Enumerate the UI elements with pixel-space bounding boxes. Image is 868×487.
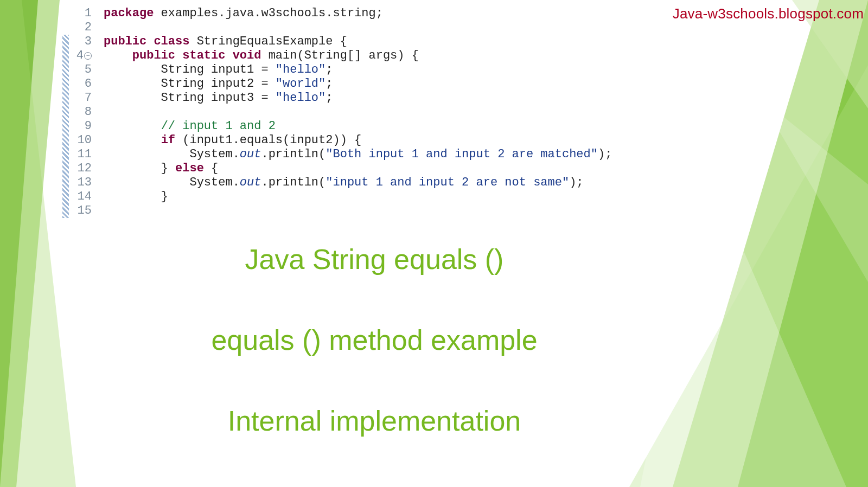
slide: Java-w3schools.blogspot.com 1234−5678910… xyxy=(0,0,868,487)
line-number: 12 xyxy=(69,162,92,176)
code-line xyxy=(104,21,612,35)
line-number: 15 xyxy=(69,204,92,218)
line-number: 9 xyxy=(69,119,92,133)
line-number: 8 xyxy=(69,105,92,119)
line-number: 13 xyxy=(69,176,92,190)
line-number: 11 xyxy=(69,148,92,162)
code-line xyxy=(104,105,612,119)
line-number-gutter: 1234−56789101112131415 xyxy=(69,7,96,218)
code-line: public static void main(String[] args) { xyxy=(104,49,612,63)
code-line: if (input1.equals(input2)) { xyxy=(104,133,612,148)
code-line: String input3 = "hello"; xyxy=(104,91,612,105)
fold-icon[interactable]: − xyxy=(84,52,92,60)
title-line-3: Internal implementation xyxy=(176,406,572,437)
watermark-link: Java-w3schools.blogspot.com xyxy=(673,5,864,22)
code-line: System.out.println("input 1 and input 2 … xyxy=(104,176,612,190)
code-line: String input1 = "hello"; xyxy=(104,63,612,77)
code-line: public class StringEqualsExample { xyxy=(104,35,612,49)
line-number: 6 xyxy=(69,77,92,91)
line-number: 14 xyxy=(69,190,92,204)
line-number: 10 xyxy=(69,133,92,148)
code-line: System.out.println("Both input 1 and inp… xyxy=(104,148,612,162)
change-bar xyxy=(62,7,69,218)
title-line-2: equals () method example xyxy=(176,325,572,356)
line-number: 2 xyxy=(69,21,92,35)
code-line: String input2 = "world"; xyxy=(104,77,612,91)
code-editor: 1234−56789101112131415 package examples.… xyxy=(62,7,612,218)
code-line: } else { xyxy=(104,162,612,176)
code-line xyxy=(104,204,612,218)
line-number: 3 xyxy=(69,35,92,49)
title-line-1: Java String equals () xyxy=(176,244,572,275)
line-number: 1 xyxy=(69,7,92,21)
title-block: Java String equals () equals () method e… xyxy=(176,244,572,437)
code-line: } xyxy=(104,190,612,204)
line-number: 7 xyxy=(69,91,92,105)
line-number: 4− xyxy=(69,49,92,63)
code-content: package examples.java.w3schools.string;p… xyxy=(96,7,612,218)
code-line: package examples.java.w3schools.string; xyxy=(104,7,612,21)
line-number: 5 xyxy=(69,63,92,77)
code-line: // input 1 and 2 xyxy=(104,119,612,133)
